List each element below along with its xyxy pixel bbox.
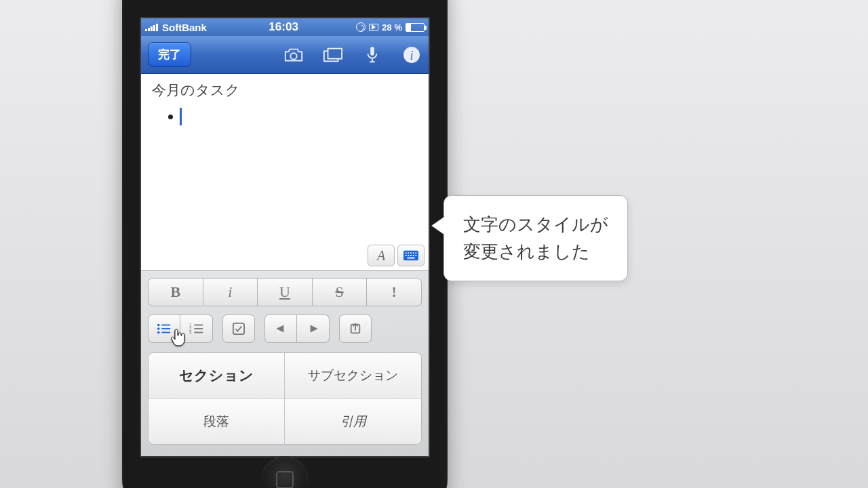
section-button[interactable]: セクション bbox=[149, 353, 285, 399]
text-caret bbox=[180, 108, 182, 125]
underline-button[interactable]: U bbox=[258, 278, 313, 306]
format-panel: B i U S ! 123 bbox=[141, 270, 429, 456]
svg-text:i: i bbox=[410, 48, 413, 62]
svg-rect-13 bbox=[408, 255, 409, 256]
nav-bar: 完了 i bbox=[141, 36, 429, 74]
bullet-dot-icon bbox=[168, 115, 173, 119]
battery-icon bbox=[406, 23, 425, 32]
svg-rect-15 bbox=[413, 255, 414, 256]
text-style-tab[interactable]: A bbox=[368, 245, 395, 266]
quote-button[interactable]: 引用 bbox=[285, 399, 421, 444]
carrier-label: SoftBank bbox=[162, 22, 207, 33]
italic-button[interactable]: i bbox=[203, 278, 258, 306]
home-button[interactable] bbox=[261, 456, 309, 488]
pointer-cursor-icon bbox=[170, 328, 186, 350]
info-icon[interactable]: i bbox=[401, 46, 422, 64]
note-title[interactable]: 今月のタスク bbox=[141, 74, 429, 102]
checkbox-button[interactable] bbox=[222, 314, 255, 343]
callout-line2: 変更されました bbox=[463, 238, 608, 265]
phone-frame: SoftBank 16:03 28 % 完了 bbox=[122, 0, 448, 488]
signal-bars-icon bbox=[145, 23, 158, 31]
microphone-icon[interactable] bbox=[362, 46, 382, 64]
bold-button[interactable]: B bbox=[148, 278, 203, 306]
svg-rect-8 bbox=[408, 252, 409, 253]
svg-point-22 bbox=[157, 331, 160, 334]
svg-rect-17 bbox=[408, 258, 415, 259]
svg-rect-21 bbox=[161, 328, 170, 329]
svg-text:3: 3 bbox=[189, 330, 192, 335]
clock-label: 16:03 bbox=[215, 20, 353, 34]
svg-rect-19 bbox=[161, 325, 170, 326]
tooltip-callout: 文字のスタイルが 変更されました bbox=[443, 195, 628, 281]
svg-rect-10 bbox=[413, 252, 414, 253]
outdent-button[interactable] bbox=[264, 314, 297, 343]
status-bar: SoftBank 16:03 28 % bbox=[141, 18, 429, 36]
svg-rect-11 bbox=[415, 252, 416, 253]
paragraph-button[interactable]: 段落 bbox=[149, 399, 285, 444]
list-controls-row: 123 bbox=[148, 314, 422, 343]
share-button[interactable] bbox=[339, 314, 372, 343]
section-grid: セクション サブセクション 段落 引用 bbox=[148, 352, 422, 445]
svg-rect-14 bbox=[410, 255, 412, 256]
done-button[interactable]: 完了 bbox=[148, 42, 191, 67]
editor-area[interactable]: 今月のタスク A B i U S ! bbox=[141, 74, 429, 456]
svg-rect-9 bbox=[410, 252, 412, 253]
keyboard-tab[interactable] bbox=[397, 245, 425, 266]
battery-pct-label: 28 % bbox=[382, 22, 402, 33]
svg-rect-29 bbox=[194, 332, 203, 333]
svg-rect-16 bbox=[415, 255, 416, 256]
svg-rect-2 bbox=[328, 48, 342, 58]
play-indicator-icon bbox=[369, 24, 378, 30]
svg-rect-25 bbox=[194, 325, 203, 326]
phone-screen: SoftBank 16:03 28 % 完了 bbox=[140, 17, 430, 458]
svg-rect-23 bbox=[161, 332, 170, 333]
svg-point-18 bbox=[157, 324, 160, 327]
strike-button[interactable]: S bbox=[313, 278, 368, 306]
svg-rect-3 bbox=[370, 46, 374, 55]
svg-point-0 bbox=[290, 53, 296, 59]
svg-rect-7 bbox=[406, 252, 407, 253]
callout-line1: 文字のスタイルが bbox=[463, 211, 608, 238]
svg-rect-27 bbox=[194, 328, 203, 329]
indent-button[interactable] bbox=[297, 314, 330, 343]
photos-icon[interactable] bbox=[323, 46, 343, 64]
text-style-row: B i U S ! bbox=[148, 278, 422, 306]
svg-rect-30 bbox=[233, 323, 244, 334]
bullet-line[interactable] bbox=[141, 102, 429, 125]
highlight-button[interactable]: ! bbox=[367, 278, 422, 306]
camera-icon[interactable] bbox=[283, 46, 304, 64]
format-keyboard-toggle: A bbox=[368, 245, 425, 266]
subsection-button[interactable]: サブセクション bbox=[285, 353, 421, 399]
svg-rect-12 bbox=[406, 255, 407, 256]
rotation-lock-icon bbox=[356, 22, 366, 32]
svg-point-20 bbox=[157, 327, 160, 330]
